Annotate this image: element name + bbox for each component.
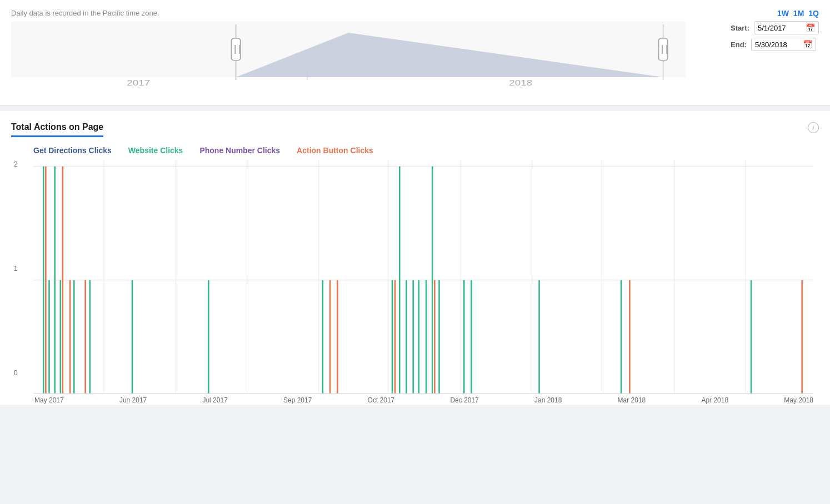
main-section: Total Actions on Page i Get Directions C… [0,111,830,405]
time-controls: 1W 1M 1Q Start: 📅 End: 📅 [731,9,819,51]
x-label-dec2017: Dec 2017 [450,396,478,404]
minimap-area: 2017 2018 [11,22,686,99]
legend-action-button: Action Button Clicks [297,146,373,155]
end-date-field[interactable] [755,41,799,49]
start-date-input[interactable]: 📅 [754,21,819,34]
svg-text:2017: 2017 [127,78,150,87]
start-date-field[interactable] [758,24,802,32]
chart-area: 0 1 2 [33,160,813,394]
x-label-jul2017: Jul 2017 [202,396,227,404]
1m-button[interactable]: 1M [793,9,804,18]
svg-rect-7 [658,38,667,61]
end-calendar-icon[interactable]: 📅 [803,40,812,49]
y-label-2: 2 [14,160,18,168]
y-label-0: 0 [14,369,18,377]
legend: Get Directions Clicks Website Clicks Pho… [33,146,819,155]
start-label: Start: [731,24,749,32]
time-period-buttons: 1W 1M 1Q [777,9,819,18]
1q-button[interactable]: 1Q [808,9,819,18]
section-header: Total Actions on Page i [11,122,819,137]
legend-phone-clicks: Phone Number Clicks [199,146,280,155]
minimap-chart: 2017 2018 [11,22,686,88]
svg-text:2018: 2018 [509,78,532,87]
chart-container: 0 1 2 [33,160,813,394]
x-label-jan2018: Jan 2018 [534,396,562,404]
svg-rect-3 [232,38,241,61]
end-label: End: [731,41,747,49]
main-chart-svg [33,160,813,394]
x-label-sep2017: Sep 2017 [283,396,312,404]
x-label-apr2018: Apr 2018 [701,396,728,404]
x-label-jun2017: Jun 2017 [119,396,147,404]
start-calendar-icon[interactable]: 📅 [806,23,815,32]
x-label-may2017: May 2017 [34,396,64,404]
top-section: Daily data is recorded in the Pacific ti… [0,0,830,105]
1w-button[interactable]: 1W [777,9,789,18]
x-label-mar2018: Mar 2018 [618,396,646,404]
x-label-oct2017: Oct 2017 [368,396,395,404]
info-icon[interactable]: i [808,122,819,133]
x-label-may2018: May 2018 [784,396,813,404]
section-title: Total Actions on Page [11,122,103,137]
legend-website-clicks: Website Clicks [128,146,183,155]
start-date-row: Start: 📅 [731,21,819,34]
end-date-input[interactable]: 📅 [751,38,816,51]
x-axis: May 2017 Jun 2017 Jul 2017 Sep 2017 Oct … [33,396,813,404]
y-label-1: 1 [14,265,18,273]
y-axis: 0 1 2 [14,160,18,377]
end-date-row: End: 📅 [731,38,816,51]
timezone-note: Daily data is recorded in the Pacific ti… [11,9,819,17]
legend-get-directions: Get Directions Clicks [33,146,112,155]
